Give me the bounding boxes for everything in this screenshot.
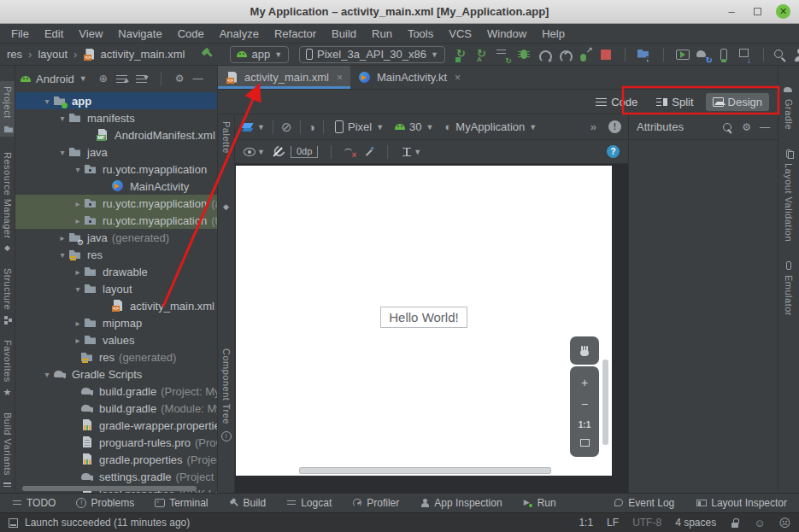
close-button[interactable]: ✕: [776, 4, 790, 19]
device-selector[interactable]: Pixel_3a_API_30_x86 ▼: [299, 46, 445, 63]
design-mode-button[interactable]: Code: [589, 93, 644, 111]
tree-item[interactable]: AndroidManifest.xml: [15, 126, 217, 143]
menu-item[interactable]: View: [71, 26, 110, 42]
zoom-out-button[interactable]: −: [581, 398, 588, 410]
tree-item[interactable]: java (generated): [15, 229, 217, 246]
tree-item[interactable]: build.gradle (Module: My_Application.app…: [15, 400, 217, 417]
debug-icon[interactable]: [516, 47, 532, 62]
tree-item[interactable]: layout: [15, 280, 217, 297]
canvas-horizontal-scrollbar[interactable]: [299, 467, 551, 474]
tree-item[interactable]: mipmap: [15, 314, 217, 331]
tree-item[interactable]: ru.yotc.myapplication (test): [15, 212, 217, 229]
api-version-menu[interactable]: 30 ▼: [395, 120, 433, 133]
window-dock-icon[interactable]: [9, 518, 18, 528]
menu-item[interactable]: Refactor: [267, 26, 324, 42]
tree-chevron-icon[interactable]: [56, 233, 68, 243]
tool-stripe-tab[interactable]: Favorites: [3, 340, 13, 397]
tool-stripe-tab[interactable]: Structure: [3, 268, 13, 324]
device-canvas[interactable]: Hello World!: [236, 166, 612, 476]
tool-window-button[interactable]: Build: [229, 497, 267, 509]
sad-face-icon[interactable]: ☹: [778, 517, 790, 529]
menu-item[interactable]: Edit: [37, 26, 71, 42]
lock-icon[interactable]: [730, 517, 740, 529]
view-options-menu[interactable]: ▼: [244, 148, 265, 156]
tree-chevron-icon[interactable]: [72, 336, 84, 345]
design-surface-icon[interactable]: [242, 121, 255, 133]
device-manager-icon[interactable]: [716, 47, 731, 62]
tool-stripe-tab[interactable]: Project: [0, 81, 15, 137]
tool-window-button[interactable]: Run: [523, 497, 556, 509]
help-icon[interactable]: ?: [607, 145, 620, 158]
editor-tab[interactable]: activity_main.xml ×: [218, 66, 350, 89]
tool-window-button[interactable]: Terminal: [155, 497, 208, 509]
settings-gear-icon[interactable]: ⚙: [175, 73, 185, 85]
indent-setting[interactable]: 4 spaces: [675, 517, 716, 529]
minimize-button[interactable]: –: [725, 5, 738, 19]
apply-code-changes-icon[interactable]: [475, 47, 491, 62]
encoding[interactable]: UTF-8: [632, 517, 661, 529]
tree-item[interactable]: gradle.properties (Project Properties): [15, 451, 217, 468]
breadcrumb-item[interactable]: layout: [22, 48, 68, 61]
search-everywhere-icon[interactable]: [772, 47, 787, 62]
zoom-to-fit-icon[interactable]: [580, 439, 590, 447]
zoom-in-button[interactable]: +: [581, 377, 588, 389]
tree-chevron-icon[interactable]: [72, 165, 84, 174]
expand-all-icon[interactable]: [116, 74, 127, 84]
hide-panel-icon[interactable]: —: [193, 73, 203, 85]
tool-window-button[interactable]: Layout Inspector: [696, 497, 787, 509]
device-menu[interactable]: Pixel ▼: [335, 120, 384, 133]
attributes-search-icon[interactable]: [720, 120, 733, 133]
component-tree-tab[interactable]: Component Tree: [221, 348, 232, 424]
orientation-icon[interactable]: ⊘: [281, 120, 292, 135]
tree-item[interactable]: activity_main.xml: [15, 297, 217, 314]
tool-stripe-tab[interactable]: Emulator: [784, 260, 794, 316]
warnings-icon[interactable]: !: [608, 120, 621, 133]
tree-item[interactable]: drawable: [15, 263, 217, 280]
tree-chevron-icon[interactable]: [72, 199, 84, 208]
tree-chevron-icon[interactable]: [41, 370, 53, 379]
menu-item[interactable]: VCS: [441, 26, 479, 42]
tree-item[interactable]: app: [15, 92, 217, 109]
avd-manager-icon[interactable]: [675, 47, 690, 62]
breadcrumb-item[interactable]: activity_main.xml: [68, 48, 185, 61]
tree-chevron-icon[interactable]: [72, 319, 84, 328]
collapse-all-icon[interactable]: [136, 74, 147, 84]
locate-file-icon[interactable]: ⊕: [99, 73, 108, 85]
caret-position[interactable]: 1:1: [579, 517, 593, 529]
tree-chevron-icon[interactable]: [56, 250, 68, 260]
menu-item[interactable]: File: [3, 26, 37, 42]
zoom-ratio-button[interactable]: 1:1: [579, 420, 590, 430]
autoconnect-off-icon[interactable]: [273, 147, 283, 157]
sdk-manager-icon[interactable]: [737, 47, 752, 62]
attach-profiler-icon[interactable]: [537, 47, 552, 62]
tree-item[interactable]: values: [15, 331, 217, 348]
tree-item[interactable]: settings.gradle (Project Settings): [15, 468, 217, 485]
attributes-gear-icon[interactable]: ⚙: [742, 121, 751, 133]
menu-item[interactable]: Navigate: [110, 26, 169, 42]
pack-menu[interactable]: ▼: [401, 147, 421, 157]
clear-constraints-icon[interactable]: [344, 147, 355, 157]
tree-chevron-icon[interactable]: [72, 284, 84, 294]
tree-chevron-icon[interactable]: [72, 216, 84, 225]
profile-avatar-icon[interactable]: [792, 47, 799, 62]
tool-window-button[interactable]: Logcat: [286, 497, 332, 509]
close-tab-icon[interactable]: ×: [337, 72, 343, 84]
tree-item[interactable]: ru.yotc.myapplication: [15, 161, 217, 178]
build-hammer-icon[interactable]: [200, 47, 215, 62]
close-tab-icon[interactable]: ×: [455, 72, 461, 84]
gradle-sync-icon[interactable]: [696, 47, 711, 62]
profile-icon[interactable]: [557, 47, 573, 62]
menu-item[interactable]: Build: [324, 26, 364, 42]
menu-item[interactable]: Window: [479, 26, 534, 42]
theme-menu[interactable]: ◐ MyApplication ▼: [444, 120, 537, 133]
tool-window-button[interactable]: App Inspection: [420, 497, 502, 509]
tool-stripe-tab[interactable]: Layout Validation: [784, 149, 794, 242]
tool-stripe-tab[interactable]: Gradle: [784, 85, 794, 130]
tree-item[interactable]: proguard-rules.pro (ProGuard Rules for M…: [15, 434, 217, 451]
tree-item[interactable]: manifests: [15, 109, 217, 126]
tree-chevron-icon[interactable]: [56, 148, 68, 157]
tree-chevron-icon[interactable]: [56, 114, 68, 123]
infer-constraints-icon[interactable]: [363, 147, 374, 157]
apply-changes-icon[interactable]: [455, 47, 470, 62]
overflow-actions-icon[interactable]: »: [590, 120, 596, 133]
